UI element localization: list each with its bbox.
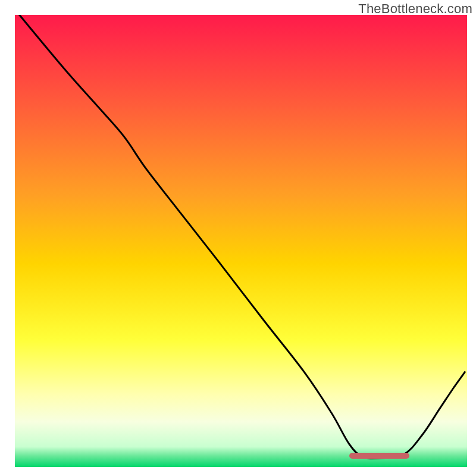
gradient-background	[15, 15, 467, 467]
plot-area	[15, 15, 467, 467]
chart-svg	[15, 15, 467, 467]
chart-canvas: TheBottleneck.com	[0, 0, 476, 476]
optimal-range-marker	[349, 453, 409, 459]
watermark-text: TheBottleneck.com	[358, 1, 472, 17]
